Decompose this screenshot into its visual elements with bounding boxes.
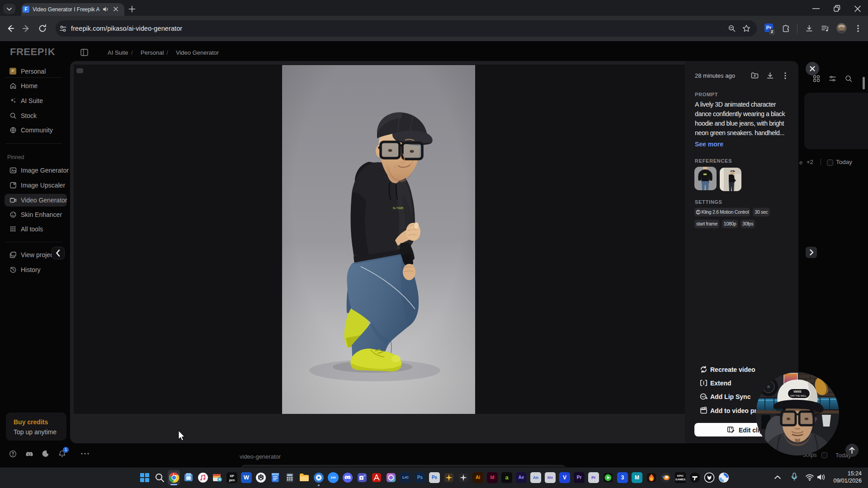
svg-text:T: T (360, 476, 363, 480)
svg-text:VANS: VANS (793, 390, 802, 393)
svg-text:OFF THE WALL: OFF THE WALL (790, 394, 807, 397)
svg-text:N-TWR: N-TWR (393, 206, 403, 210)
